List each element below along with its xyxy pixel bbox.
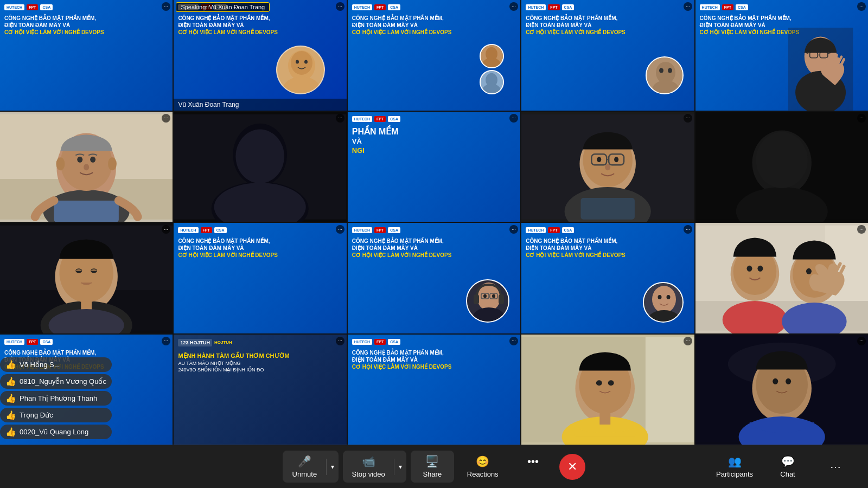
- video-tile-18: HUTECH FPT CSA CÔNG NGHỆ BẢO MẬT PHẦN MỀ…: [348, 335, 520, 445]
- svg-point-36: [90, 156, 95, 162]
- ellipsis-icon: •••: [527, 455, 539, 468]
- svg-point-94: [806, 268, 812, 274]
- reaction-icon: 👍: [5, 427, 16, 437]
- participants-icon: 👥: [728, 455, 742, 468]
- unmute-label: Unmute: [292, 470, 317, 478]
- reaction-name: Võ Hồng S...: [20, 361, 60, 369]
- reaction-item: 👍 Võ Hồng S...: [0, 357, 112, 372]
- svg-point-111: [773, 378, 778, 384]
- toolbar-right: 👥 Participants 💬 Chat ⋯: [707, 451, 857, 483]
- svg-rect-70: [474, 294, 479, 304]
- video-tile-5: HUTECH FPT CSA CÔNG NGHỆ BẢO MẬT PHẦN MỀ…: [695, 0, 868, 111]
- reaction-icon: 👍: [5, 359, 16, 370]
- share-button[interactable]: 🖥️ Share: [411, 451, 454, 483]
- svg-rect-71: [499, 294, 504, 304]
- video-tile-20: ⋯: [695, 335, 868, 445]
- svg-point-53: [605, 164, 610, 170]
- video-tile-11: ⋯: [0, 223, 173, 333]
- share-screen-icon: 🖥️: [425, 455, 439, 468]
- chat-label: Chat: [780, 470, 795, 478]
- svg-point-79: [652, 286, 676, 313]
- tile-ctrl-dot[interactable]: ⋯: [162, 2, 170, 11]
- svg-point-90: [757, 266, 763, 272]
- svg-point-42: [236, 129, 285, 183]
- tile-controls3: ⋯: [509, 2, 518, 11]
- unmute-group[interactable]: 🎤 Unmute ▾: [283, 451, 339, 483]
- reactions-button[interactable]: 😊 Reactions: [458, 451, 507, 483]
- microphone-slash-icon: 🎤: [298, 455, 311, 468]
- stop-video-label: Stop video: [352, 470, 385, 478]
- video-camera-icon: 📹: [362, 455, 375, 468]
- video-grid: HUTECH FPT CSA CÔNG NGHỆ BẢO MẬT PHẦN MỀ…: [0, 0, 868, 445]
- svg-point-75: [483, 294, 487, 298]
- video-tile-7: ⋯: [174, 112, 346, 222]
- svg-line-26: [835, 55, 837, 61]
- svg-point-15: [668, 68, 672, 73]
- unmute-button[interactable]: 🎤 Unmute: [283, 451, 326, 483]
- video-tile-17: 123 HOJTUH HOJTUH MỆNH HÀNH TÀM GẦU THƠM…: [174, 335, 346, 445]
- video-tile-19: ⋯: [521, 335, 694, 445]
- video-tile-14: HUTECH FPT CSA CÔNG NGHỆ BẢO MẬT PHẦN MỀ…: [521, 223, 694, 333]
- slide-title2: CÔNG NGHỆ BẢO MẬT PHẦN MỀM, ĐIỆN TOÁN ĐÁ…: [178, 15, 342, 36]
- video-tile-9: ⋯: [521, 112, 694, 222]
- reaction-icon: 👍: [5, 393, 16, 403]
- reactions-panel: 👍 Võ Hồng S... 👍 0810_Nguyễn Vương Quốc …: [0, 357, 112, 439]
- svg-point-64: [75, 268, 82, 273]
- svg-point-33: [56, 157, 65, 170]
- reactions-label: Reactions: [467, 470, 499, 478]
- video-tile-6: ⋯: [0, 112, 173, 222]
- reaction-item: 👍 Phan Thị Phương Thanh: [0, 391, 112, 406]
- svg-point-37: [84, 164, 89, 170]
- reaction-item: 👍 Trọng Đức: [0, 408, 112, 422]
- stop-video-group[interactable]: 📹 Stop video ▾: [343, 451, 406, 483]
- svg-point-4: [304, 60, 308, 63]
- svg-rect-105: [599, 412, 610, 425]
- svg-point-58: [756, 132, 808, 188]
- participants-label: Participants: [716, 470, 753, 478]
- svg-point-52: [614, 157, 618, 162]
- more-button[interactable]: ••• More: [512, 451, 555, 483]
- tile-controls: ⋯: [162, 2, 170, 11]
- share-group[interactable]: 🖥️ Share: [411, 451, 454, 483]
- video-tile-4: HUTECH FPT CSA CÔNG NGHỆ BẢO MẬT PHẦN MỀ…: [521, 0, 694, 111]
- more-icon: ⋯: [830, 460, 841, 473]
- chevron-down-icon-2: ▾: [399, 463, 402, 471]
- svg-point-14: [659, 68, 663, 73]
- reaction-item: 👍 0810_Nguyễn Vương Quốc: [0, 374, 112, 389]
- svg-rect-54: [581, 197, 635, 219]
- reaction-icon: 👍: [5, 410, 16, 420]
- slide-logo-csa: CSA: [40, 4, 53, 10]
- video-tile-10: ⋯: [695, 112, 868, 222]
- svg-rect-38: [54, 200, 118, 222]
- svg-point-51: [597, 157, 601, 162]
- reaction-name: 0810_Nguyễn Vương Quốc: [20, 377, 106, 386]
- tile-ctrl-dot2[interactable]: ⋯: [336, 2, 344, 11]
- video-tile-12: HUTECH FPT CSA CÔNG NGHỆ BẢO MẬT PHẦN MỀ…: [174, 223, 346, 333]
- svg-point-82: [666, 295, 670, 299]
- svg-point-3: [296, 60, 299, 63]
- svg-rect-99: [646, 337, 694, 442]
- chevron-down-icon: ▾: [331, 463, 334, 471]
- reactions-icon: 😊: [476, 455, 489, 468]
- reaction-name: 0020_Vũ Quang Long: [20, 428, 88, 436]
- unmute-chevron[interactable]: ▾: [326, 459, 339, 475]
- speaking-indicator: Speaking: Vũ Xuân Đoan Trang: [176, 2, 270, 12]
- speaker-name-label: Vũ Xuân Đoan Trang: [174, 99, 346, 111]
- chat-icon: 💬: [781, 455, 795, 468]
- svg-point-2: [291, 51, 312, 75]
- participants-button[interactable]: 👥 Participants: [707, 451, 762, 483]
- video-tile-13: HUTECH FPT CSA CÔNG NGHỆ BẢO MẬT PHẦN MỀ…: [348, 223, 520, 333]
- svg-point-81: [658, 295, 661, 299]
- video-tile-8: HUTECH FPT CSA PHẦN MỀM VÀ NGI ⋯: [348, 112, 520, 222]
- end-call-button[interactable]: ✕: [559, 454, 585, 480]
- toolbar: 🎤 Unmute ▾ 📹 Stop video ▾ 🖥️ Share 😊 Rea…: [0, 445, 868, 488]
- chat-button[interactable]: 💬 Chat: [766, 451, 809, 483]
- svg-point-89: [746, 266, 752, 272]
- stop-video-button[interactable]: 📹 Stop video: [343, 451, 393, 483]
- reaction-icon: 👍: [5, 376, 16, 387]
- video-tile-15: ⋯: [695, 223, 868, 333]
- video-tile: HUTECH FPT CSA CÔNG NGHỆ BẢO MẬT PHẦN MỀ…: [0, 0, 173, 111]
- stop-video-chevron[interactable]: ▾: [394, 459, 406, 475]
- more-options-button[interactable]: ⋯: [814, 456, 857, 478]
- svg-point-65: [91, 268, 97, 273]
